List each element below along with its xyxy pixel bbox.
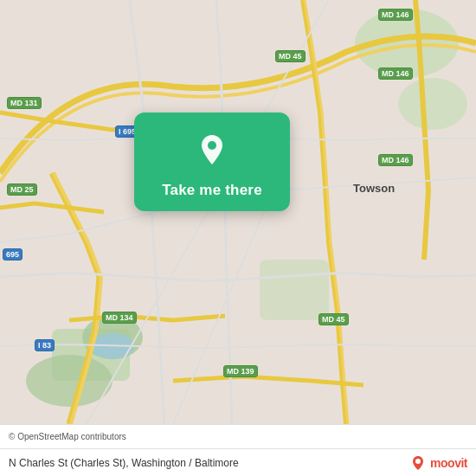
take-me-there-button-label: Take me there [162,182,262,199]
road-label-md139: MD 139 [223,365,258,377]
road-label-i83: I 83 [35,339,55,351]
moovit-brand: moovit [409,454,467,472]
road-label-md146-mid: MD 146 [378,68,413,80]
moovit-logo-icon [409,454,427,472]
road-label-md134: MD 134 [102,312,137,324]
road-label-md131: MD 131 [7,97,42,109]
attribution-text: © OpenStreetMap contributors [9,432,126,441]
take-me-there-card[interactable]: Take me there [134,113,290,211]
svg-rect-5 [260,260,329,320]
map-container: MD 146 MD 146 MD 146 MD 131 MD 45 MD 45 … [0,0,476,424]
location-pin-icon [190,128,235,173]
road-label-md45-top: MD 45 [275,50,306,62]
footer: N Charles St (Charles St), Washington / … [0,448,476,476]
attribution-bar: © OpenStreetMap contributors [0,424,476,448]
svg-point-9 [415,459,421,464]
road-label-md25: MD 25 [7,183,37,196]
svg-point-2 [398,78,467,130]
towson-label: Towson [353,182,395,195]
road-label-695: 695 [3,248,23,261]
road-label-md146-top: MD 146 [378,9,413,21]
map-svg [0,0,476,424]
svg-point-6 [26,355,113,407]
moovit-brand-label: moovit [430,456,467,470]
svg-point-8 [208,141,216,150]
footer-location: N Charles St (Charles St), Washington / … [9,457,239,469]
road-label-md45-mid: MD 45 [318,313,349,325]
road-label-md146-right: MD 146 [378,154,413,166]
